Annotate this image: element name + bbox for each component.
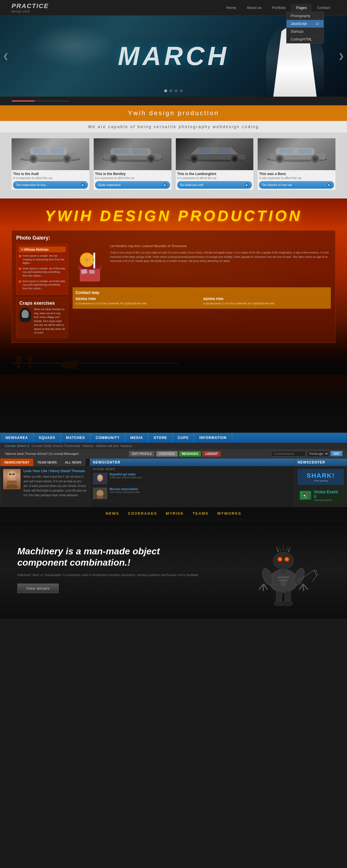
svg-marker-79 xyxy=(288,546,291,552)
hero-dot-1[interactable] xyxy=(164,89,167,92)
photo-galery-title: Photo Galery: xyxy=(16,235,331,241)
newscenter-right-header: NEWSCENTER xyxy=(295,459,347,466)
svg-rect-95 xyxy=(278,577,289,578)
gaming-nav-media[interactable]: MEDIA xyxy=(125,433,149,443)
robot-svg xyxy=(243,529,324,610)
breadcrumb-cs16: Counter Strike1.6 xyxy=(5,444,30,447)
svg-rect-31 xyxy=(298,148,312,154)
gaming-nav-squads[interactable]: SQUADS xyxy=(34,433,61,443)
gaming-user-bar: Yalerme back,Thomas Schutz! (2) unread M… xyxy=(0,449,347,459)
gaming-content: NEWSCONTENT TEAM NEWS ALL NEWS xyxy=(0,459,347,507)
car-btn-lamborghini[interactable]: So what you sell xyxy=(177,181,252,189)
hero-splash-decoration xyxy=(29,24,116,68)
contact-col-2: SIERRA FINN ul.Jesalonwend 12 42-536 Cas… xyxy=(203,297,328,306)
svg-line-89 xyxy=(303,584,304,591)
svg-point-50 xyxy=(15,356,22,363)
bottom-nav-myworks[interactable]: MYWORKS xyxy=(217,511,241,516)
nav-home[interactable]: Home xyxy=(221,4,242,11)
svg-point-94 xyxy=(283,601,293,606)
car-title-audi: This is the Audi xyxy=(13,172,88,176)
hero-dot-4[interactable] xyxy=(180,89,183,92)
scene-news-title: SCENE NEWS xyxy=(90,466,294,471)
car-btn-bentley[interactable]: Quite expensive xyxy=(95,181,170,189)
tab-allnews[interactable]: ALL NEWS xyxy=(61,459,85,466)
hero-next-arrow[interactable]: ❯ xyxy=(338,52,344,60)
car-btn-benz[interactable]: Ten blocks of one car xyxy=(259,181,334,189)
body-text: Truth is not a show of life, it is just … xyxy=(110,251,331,263)
logo-sub-text: design ywih xyxy=(11,10,49,13)
search-category-select[interactable]: FormLogin xyxy=(307,451,329,457)
shark-sub: shark gaming xyxy=(301,479,341,482)
search-go-button[interactable]: GO! xyxy=(330,451,342,456)
user-buttons: EDIT PROFILE OVERVIEW MESSAGES LOGOUT xyxy=(129,451,221,457)
dropdown-badge: 1↑ xyxy=(316,22,319,26)
tab-teamnews[interactable]: TEAM NEWS xyxy=(33,459,61,466)
car-btn-audi[interactable]: Too expensive to buy... xyxy=(13,181,88,189)
ywih-center-col: Let freedom ring from Lookout Mountain o… xyxy=(72,244,331,338)
view-details-button[interactable]: View details xyxy=(18,584,59,593)
ultimas-item-3: lorem ipsum is simple. set of the play c… xyxy=(19,279,66,290)
hero-dot-3[interactable] xyxy=(175,89,178,92)
gaming-nav-matches[interactable]: MATCHES xyxy=(61,433,90,443)
overview-button[interactable]: OVERVIEW xyxy=(156,451,178,457)
bottom-nav-teams[interactable]: TEAMS xyxy=(193,511,209,516)
dropdown-coding[interactable]: Coding/HTML xyxy=(287,36,323,43)
cars-grid: This is the Audi It is expensive to affo… xyxy=(11,138,336,190)
bottom-nav-news[interactable]: NEWS xyxy=(105,511,119,516)
logout-button[interactable]: LOGOUT xyxy=(202,451,221,457)
nav-portfolio[interactable]: Portfolio xyxy=(267,4,291,11)
ywih-center-text-area: Let freedom ring from Lookout Mountain o… xyxy=(110,244,331,284)
vision-sub-text: catering solutions xyxy=(313,499,342,501)
car-card-bentley: This is the Bentley It is expensive to a… xyxy=(94,138,171,190)
dropdown-startups[interactable]: Startups xyxy=(287,28,323,36)
hero-dot-2[interactable] xyxy=(169,89,172,92)
hero-prev-arrow[interactable]: ❮ xyxy=(3,52,9,60)
messages-button[interactable]: MESSAGES xyxy=(179,451,201,457)
car-title-benz: This was a Benz xyxy=(259,172,334,176)
svg-point-8 xyxy=(65,157,69,161)
vision-logo: 🦅 Vision Event © catering solutions xyxy=(297,487,344,504)
nav-contact[interactable]: Contact xyxy=(312,4,336,11)
ultimas-dot-3 xyxy=(19,280,21,283)
bottom-nav-myrisk[interactable]: MYRISK xyxy=(166,511,184,516)
car-card-audi: This is the Audi It is expensive to affo… xyxy=(11,138,89,190)
svg-point-97 xyxy=(281,581,286,586)
svg-rect-13 xyxy=(132,149,148,154)
svg-rect-22 xyxy=(218,148,230,153)
nav-about[interactable]: About us xyxy=(242,4,266,11)
fruit-image xyxy=(72,244,107,284)
scene-sub-2: Tom Dubai Huangsha flick xyxy=(109,491,140,494)
dropdown-photography[interactable]: Photography xyxy=(287,12,323,20)
ultimas-dot-1 xyxy=(19,255,21,257)
practice-silhouette-row xyxy=(0,351,347,375)
contact-box: Contact way SIERRA FINN ul.Jesalonwend 1… xyxy=(72,287,331,309)
svg-point-54 xyxy=(72,360,78,365)
car-title-bentley: This is the Bentley xyxy=(95,172,170,176)
gaming-nav-community[interactable]: COMMUNITY xyxy=(91,433,125,443)
gaming-nav-cups[interactable]: CUPS xyxy=(172,433,194,443)
bottom-nav: NEWS COVERAGES MYRISK TEAMS MYWORKS xyxy=(0,507,347,520)
bottom-nav-coverages[interactable]: COVERAGES xyxy=(128,511,157,516)
audi-svg xyxy=(15,144,85,164)
gaming-nav-newsarea[interactable]: NEWSAREA xyxy=(0,433,34,443)
dropdown-javascript[interactable]: JavaScript 1↑ xyxy=(287,20,323,28)
logo-main-text: PRACTICE xyxy=(11,2,49,10)
search-input[interactable] xyxy=(271,451,306,457)
ultimas-item-2: lorem ipsum is simple. set of the play c… xyxy=(19,267,66,278)
scene-thumb-svg-2 xyxy=(93,488,107,499)
pages-dropdown: Photography JavaScript 1↑ Startups Codin… xyxy=(286,12,324,43)
tab-newscontent[interactable]: NEWSCONTENT xyxy=(0,459,33,466)
nav-pages[interactable]: Pages xyxy=(291,4,312,11)
gaming-nav-information[interactable]: INFORMATION xyxy=(194,433,232,443)
news-avatar-face xyxy=(3,469,21,489)
svg-marker-78 xyxy=(283,544,284,551)
gaming-nav-store[interactable]: STORE xyxy=(148,433,172,443)
car-card-lamborghini: This is the Lamborghini It is expensive … xyxy=(176,138,254,190)
user-welcome-text: Yalerme back,Thomas Schutz! (2) unread M… xyxy=(5,452,78,456)
profile-button[interactable]: EDIT PROFILE xyxy=(129,451,155,457)
contact-title-ywih: Contact way xyxy=(75,290,328,295)
hero-title: MArCh xyxy=(118,41,229,71)
svg-point-61 xyxy=(9,473,11,475)
gaming-left-panel: NEWSCONTENT TEAM NEWS ALL NEWS xyxy=(0,459,90,507)
craps-penguin-area: When we allow freedom to ring, when we l… xyxy=(20,308,65,335)
